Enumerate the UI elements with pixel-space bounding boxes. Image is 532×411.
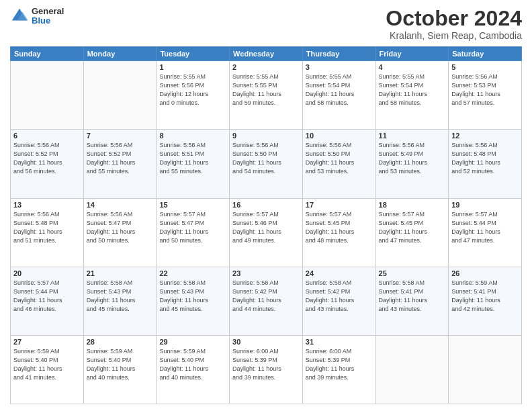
weekday-header-friday: Friday	[375, 47, 449, 61]
calendar-cell	[375, 335, 449, 404]
calendar-cell: 21Sunrise: 5:58 AM Sunset: 5:43 PM Dayli…	[83, 267, 157, 335]
day-info: Sunrise: 5:57 AM Sunset: 5:45 PM Dayligh…	[379, 210, 446, 245]
day-info: Sunrise: 5:59 AM Sunset: 5:40 PM Dayligh…	[13, 347, 81, 382]
day-info: Sunrise: 5:56 AM Sunset: 5:48 PM Dayligh…	[13, 210, 81, 245]
calendar-cell: 9Sunrise: 5:56 AM Sunset: 5:50 PM Daylig…	[230, 130, 303, 198]
day-number: 26	[451, 269, 519, 277]
title-block: October 2024 Kralanh, Siem Reap, Cambodi…	[386, 7, 522, 41]
calendar-cell	[83, 61, 157, 130]
day-number: 30	[232, 338, 300, 346]
calendar-week-4: 20Sunrise: 5:57 AM Sunset: 5:44 PM Dayli…	[11, 267, 522, 335]
calendar-cell: 3Sunrise: 5:55 AM Sunset: 5:54 PM Daylig…	[302, 61, 375, 130]
day-number: 11	[379, 132, 446, 140]
calendar-cell: 23Sunrise: 5:58 AM Sunset: 5:42 PM Dayli…	[230, 267, 303, 335]
day-number: 14	[87, 201, 154, 209]
calendar-week-2: 6Sunrise: 5:56 AM Sunset: 5:52 PM Daylig…	[11, 130, 522, 198]
day-number: 1	[159, 63, 226, 71]
weekday-header-row: SundayMondayTuesdayWednesdayThursdayFrid…	[11, 47, 522, 61]
calendar-cell: 5Sunrise: 5:56 AM Sunset: 5:53 PM Daylig…	[449, 61, 522, 130]
weekday-header-saturday: Saturday	[449, 47, 522, 61]
day-number: 2	[232, 63, 300, 71]
weekday-header-wednesday: Wednesday	[230, 47, 303, 61]
day-number: 24	[306, 269, 373, 277]
page: General Blue October 2024 Kralanh, Siem …	[0, 0, 532, 411]
calendar-cell: 22Sunrise: 5:58 AM Sunset: 5:43 PM Dayli…	[157, 267, 230, 335]
logo-text: General Blue	[32, 7, 64, 26]
day-number: 31	[306, 338, 373, 346]
day-number: 12	[451, 132, 519, 140]
day-number: 13	[13, 201, 81, 209]
calendar-cell: 2Sunrise: 5:55 AM Sunset: 5:55 PM Daylig…	[230, 61, 303, 130]
day-number: 15	[159, 201, 226, 209]
calendar-cell: 11Sunrise: 5:56 AM Sunset: 5:49 PM Dayli…	[375, 130, 449, 198]
location-subtitle: Kralanh, Siem Reap, Cambodia	[386, 30, 522, 41]
calendar-cell: 14Sunrise: 5:56 AM Sunset: 5:47 PM Dayli…	[83, 198, 157, 267]
day-info: Sunrise: 5:58 AM Sunset: 5:42 PM Dayligh…	[306, 279, 373, 314]
weekday-header-thursday: Thursday	[302, 47, 375, 61]
day-info: Sunrise: 5:56 AM Sunset: 5:49 PM Dayligh…	[379, 141, 446, 176]
day-info: Sunrise: 5:58 AM Sunset: 5:43 PM Dayligh…	[87, 279, 154, 314]
calendar-cell: 26Sunrise: 5:59 AM Sunset: 5:41 PM Dayli…	[449, 267, 522, 335]
day-number: 18	[379, 201, 446, 209]
calendar-cell: 16Sunrise: 5:57 AM Sunset: 5:46 PM Dayli…	[230, 198, 303, 267]
day-info: Sunrise: 5:57 AM Sunset: 5:45 PM Dayligh…	[306, 210, 373, 245]
day-info: Sunrise: 5:56 AM Sunset: 5:50 PM Dayligh…	[232, 141, 300, 176]
day-number: 20	[13, 269, 81, 277]
day-info: Sunrise: 5:56 AM Sunset: 5:47 PM Dayligh…	[87, 210, 154, 245]
calendar-cell: 6Sunrise: 5:56 AM Sunset: 5:52 PM Daylig…	[11, 130, 84, 198]
day-number: 28	[87, 338, 154, 346]
calendar-cell: 12Sunrise: 5:56 AM Sunset: 5:48 PM Dayli…	[449, 130, 522, 198]
day-number: 21	[87, 269, 154, 277]
day-info: Sunrise: 6:00 AM Sunset: 5:39 PM Dayligh…	[232, 347, 300, 382]
day-number: 5	[451, 63, 519, 71]
day-number: 25	[379, 269, 446, 277]
day-number: 23	[232, 269, 300, 277]
day-info: Sunrise: 5:59 AM Sunset: 5:40 PM Dayligh…	[159, 347, 226, 382]
day-info: Sunrise: 5:57 AM Sunset: 5:46 PM Dayligh…	[232, 210, 300, 245]
calendar-cell: 4Sunrise: 5:55 AM Sunset: 5:54 PM Daylig…	[375, 61, 449, 130]
day-info: Sunrise: 5:59 AM Sunset: 5:41 PM Dayligh…	[451, 279, 519, 314]
day-number: 27	[13, 338, 81, 346]
calendar-cell: 1Sunrise: 5:55 AM Sunset: 5:56 PM Daylig…	[157, 61, 230, 130]
day-info: Sunrise: 5:55 AM Sunset: 5:56 PM Dayligh…	[159, 73, 226, 107]
logo-general: General	[32, 7, 64, 16]
day-info: Sunrise: 5:57 AM Sunset: 5:44 PM Dayligh…	[451, 210, 519, 245]
calendar-cell: 15Sunrise: 5:57 AM Sunset: 5:47 PM Dayli…	[157, 198, 230, 267]
header: General Blue October 2024 Kralanh, Siem …	[10, 7, 522, 41]
calendar-cell	[449, 335, 522, 404]
day-number: 17	[306, 201, 373, 209]
day-number: 16	[232, 201, 300, 209]
day-info: Sunrise: 5:55 AM Sunset: 5:54 PM Dayligh…	[379, 73, 446, 107]
calendar-cell: 19Sunrise: 5:57 AM Sunset: 5:44 PM Dayli…	[449, 198, 522, 267]
calendar-week-5: 27Sunrise: 5:59 AM Sunset: 5:40 PM Dayli…	[11, 335, 522, 404]
weekday-header-monday: Monday	[83, 47, 157, 61]
day-info: Sunrise: 5:58 AM Sunset: 5:41 PM Dayligh…	[379, 279, 446, 314]
day-info: Sunrise: 5:57 AM Sunset: 5:47 PM Dayligh…	[159, 210, 226, 245]
day-number: 6	[13, 132, 81, 140]
calendar-cell: 24Sunrise: 5:58 AM Sunset: 5:42 PM Dayli…	[302, 267, 375, 335]
day-number: 8	[159, 132, 226, 140]
calendar-cell: 20Sunrise: 5:57 AM Sunset: 5:44 PM Dayli…	[11, 267, 84, 335]
day-number: 7	[87, 132, 154, 140]
calendar-table: SundayMondayTuesdayWednesdayThursdayFrid…	[10, 46, 522, 404]
calendar-week-1: 1Sunrise: 5:55 AM Sunset: 5:56 PM Daylig…	[11, 61, 522, 130]
calendar-cell: 7Sunrise: 5:56 AM Sunset: 5:52 PM Daylig…	[83, 130, 157, 198]
calendar-week-3: 13Sunrise: 5:56 AM Sunset: 5:48 PM Dayli…	[11, 198, 522, 267]
calendar-cell: 31Sunrise: 6:00 AM Sunset: 5:39 PM Dayli…	[302, 335, 375, 404]
calendar-cell: 18Sunrise: 5:57 AM Sunset: 5:45 PM Dayli…	[375, 198, 449, 267]
weekday-header-tuesday: Tuesday	[157, 47, 230, 61]
calendar-cell: 25Sunrise: 5:58 AM Sunset: 5:41 PM Dayli…	[375, 267, 449, 335]
day-number: 4	[379, 63, 446, 71]
calendar-cell: 29Sunrise: 5:59 AM Sunset: 5:40 PM Dayli…	[157, 335, 230, 404]
day-number: 9	[232, 132, 300, 140]
logo: General Blue	[10, 7, 64, 26]
logo-icon	[10, 7, 29, 26]
day-number: 29	[159, 338, 226, 346]
day-info: Sunrise: 5:56 AM Sunset: 5:52 PM Dayligh…	[87, 141, 154, 176]
calendar-cell: 30Sunrise: 6:00 AM Sunset: 5:39 PM Dayli…	[230, 335, 303, 404]
day-number: 10	[306, 132, 373, 140]
calendar-cell	[11, 61, 84, 130]
month-title: October 2024	[386, 7, 522, 30]
day-info: Sunrise: 5:57 AM Sunset: 5:44 PM Dayligh…	[13, 279, 81, 314]
logo-blue: Blue	[32, 16, 64, 26]
